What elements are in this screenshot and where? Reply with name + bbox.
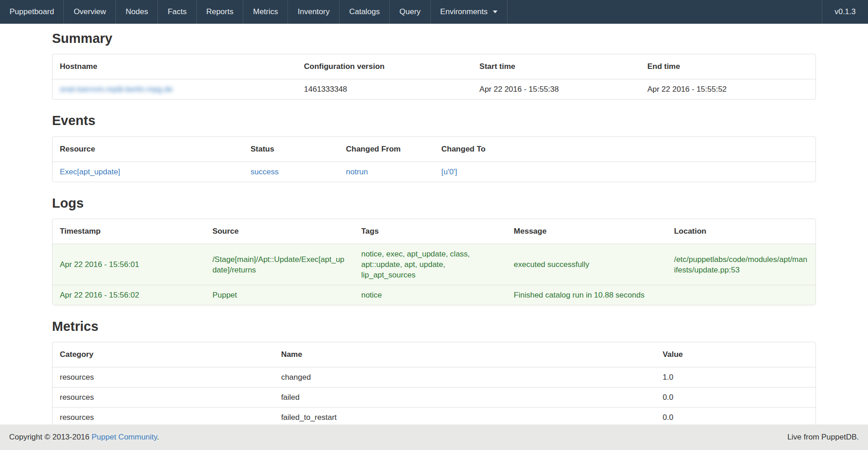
copyright-text: Copyright © 2013-2016 Puppet Community.: [9, 433, 159, 442]
log-location-cell: /etc/puppetlabs/code/modules/apt/manifes…: [667, 244, 816, 285]
log-source-cell: /Stage[main]/Apt::Update/Exec[apt_update…: [205, 244, 354, 285]
hostname-cell: snat-tservvm.mpib-berlin.mpg.de: [52, 79, 297, 99]
logs-heading: Logs: [52, 196, 816, 211]
log-location-cell: [667, 285, 816, 305]
col-category: Category: [52, 342, 274, 367]
col-changed-from: Changed From: [339, 137, 434, 162]
changed-from-link[interactable]: notrun: [346, 167, 368, 176]
log-message-cell: Finished catalog run in 10.88 seconds: [507, 285, 667, 305]
metric-category-cell: resources: [52, 387, 274, 408]
col-status: Status: [243, 137, 339, 162]
events-table: Resource Status Changed From Changed To …: [52, 137, 816, 182]
metrics-header-row: Category Name Value: [52, 342, 816, 367]
col-timestamp: Timestamp: [52, 219, 205, 244]
col-tags: Tags: [354, 219, 506, 244]
table-row: snat-tservvm.mpib-berlin.mpg.de 14613333…: [52, 79, 816, 99]
resource-link[interactable]: Exec[apt_update]: [60, 167, 120, 176]
nav-item-overview[interactable]: Overview: [64, 0, 116, 24]
col-value: Value: [655, 342, 816, 367]
col-name: Name: [274, 342, 655, 367]
log-timestamp-cell: Apr 22 2016 - 15:56:02: [52, 285, 205, 305]
navbar-brand[interactable]: Puppetboard: [0, 0, 64, 24]
nav-item-reports[interactable]: Reports: [197, 0, 244, 24]
chevron-down-icon: [493, 10, 497, 13]
col-start-time: Start time: [472, 54, 640, 79]
metrics-heading: Metrics: [52, 319, 816, 334]
nav-item-metrics[interactable]: Metrics: [243, 0, 288, 24]
summary-header-row: Hostname Configuration version Start tim…: [52, 54, 816, 79]
col-configuration-version: Configuration version: [297, 54, 472, 79]
log-tags-cell: notice: [354, 285, 506, 305]
logs-table-wrap: Timestamp Source Tags Message Location A…: [52, 219, 816, 305]
summary-table-wrap: Hostname Configuration version Start tim…: [52, 54, 816, 99]
changed-to-link[interactable]: [u'0']: [441, 167, 457, 176]
col-location: Location: [667, 219, 816, 244]
nav-item-facts[interactable]: Facts: [158, 0, 197, 24]
events-section: Events Resource Status Changed From Chan…: [52, 113, 816, 182]
navbar-version-badge: v0.1.3: [822, 0, 868, 24]
col-end-time: End time: [640, 54, 816, 79]
metric-value-cell: 0.0: [655, 387, 816, 408]
environments-label: Environments: [440, 7, 488, 16]
top-navbar: Puppetboard Overview Nodes Facts Reports…: [0, 0, 868, 24]
main-content: Summary Hostname Configuration version S…: [52, 31, 816, 444]
copyright-prefix: Copyright © 2013-2016: [9, 433, 92, 441]
end-time-cell: Apr 22 2016 - 15:55:52: [640, 79, 816, 99]
logs-table: Timestamp Source Tags Message Location A…: [52, 219, 816, 305]
events-table-wrap: Resource Status Changed From Changed To …: [52, 136, 816, 182]
metric-name-cell: changed: [274, 367, 655, 387]
navbar-spacer: [507, 0, 822, 24]
nav-item-nodes[interactable]: Nodes: [116, 0, 158, 24]
col-resource: Resource: [52, 137, 243, 162]
log-source-cell: Puppet: [205, 285, 354, 305]
summary-section: Summary Hostname Configuration version S…: [52, 31, 816, 99]
metric-value-cell: 1.0: [655, 367, 816, 387]
configuration-version-cell: 1461333348: [297, 79, 472, 99]
log-message-cell: executed successfully: [507, 244, 667, 285]
table-row: resources changed 1.0: [52, 367, 816, 387]
col-message: Message: [507, 219, 667, 244]
page-footer: Copyright © 2013-2016 Puppet Community. …: [0, 424, 868, 450]
metric-name-cell: failed: [274, 387, 655, 408]
logs-header-row: Timestamp Source Tags Message Location: [52, 219, 816, 244]
metric-category-cell: resources: [52, 367, 274, 387]
copyright-suffix: .: [157, 433, 159, 441]
changed-from-cell: notrun: [339, 162, 434, 182]
nav-item-inventory[interactable]: Inventory: [288, 0, 340, 24]
events-heading: Events: [52, 113, 816, 128]
status-link[interactable]: success: [251, 167, 278, 176]
changed-to-cell: [u'0']: [434, 162, 816, 182]
logs-section: Logs Timestamp Source Tags Message Locat…: [52, 196, 816, 305]
status-cell: success: [243, 162, 339, 182]
table-row: resources failed 0.0: [52, 387, 816, 408]
table-row: Apr 22 2016 - 15:56:01 /Stage[main]/Apt:…: [52, 244, 816, 285]
table-row: Apr 22 2016 - 15:56:02 Puppet notice Fin…: [52, 285, 816, 305]
table-row: Exec[apt_update] success notrun [u'0']: [52, 162, 816, 182]
puppetdb-status-text: Live from PuppetDB.: [787, 433, 859, 442]
col-changed-to: Changed To: [434, 137, 816, 162]
hostname-link[interactable]: snat-tservvm.mpib-berlin.mpg.de: [60, 85, 173, 94]
nav-item-query[interactable]: Query: [390, 0, 430, 24]
summary-table: Hostname Configuration version Start tim…: [52, 54, 816, 99]
nav-item-environments-dropdown[interactable]: Environments: [431, 0, 507, 24]
log-tags-cell: notice, exec, apt_update, class, apt::up…: [354, 244, 506, 285]
puppet-community-link[interactable]: Puppet Community: [92, 433, 157, 441]
log-timestamp-cell: Apr 22 2016 - 15:56:01: [52, 244, 205, 285]
nav-item-catalogs[interactable]: Catalogs: [340, 0, 390, 24]
summary-heading: Summary: [52, 31, 816, 46]
events-header-row: Resource Status Changed From Changed To: [52, 137, 816, 162]
resource-cell: Exec[apt_update]: [52, 162, 243, 182]
col-source: Source: [205, 219, 354, 244]
col-hostname: Hostname: [52, 54, 297, 79]
start-time-cell: Apr 22 2016 - 15:55:38: [472, 79, 640, 99]
